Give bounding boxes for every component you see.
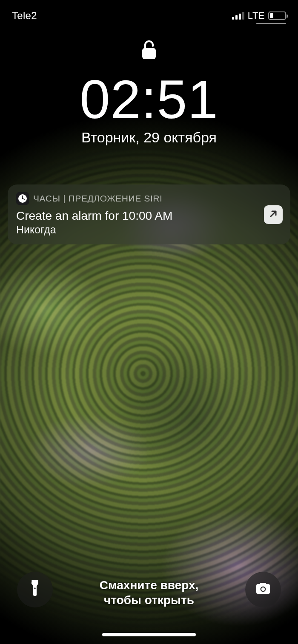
svg-point-8 bbox=[261, 587, 265, 591]
svg-point-4 bbox=[22, 198, 23, 199]
notification-source-label: ЧАСЫ | ПРЕДЛОЖЕНИЕ SIRI bbox=[33, 193, 163, 204]
network-type-label: LTE bbox=[248, 10, 265, 21]
notification-header: ЧАСЫ | ПРЕДЛОЖЕНИЕ SIRI bbox=[16, 192, 282, 205]
lock-date: Вторник, 29 октября bbox=[81, 129, 217, 146]
open-suggestion-button[interactable] bbox=[264, 205, 283, 224]
notification-subtitle: Никогда bbox=[16, 224, 282, 236]
home-indicator[interactable] bbox=[102, 633, 196, 636]
lock-screen: Tele2 LTE 02:51 Вторник, 29 октября bbox=[0, 0, 298, 644]
carrier-label: Tele2 bbox=[12, 10, 37, 22]
camera-icon bbox=[255, 582, 272, 597]
lock-time: 02:51 bbox=[80, 72, 218, 127]
notification-title: Create an alarm for 10:00 AM bbox=[16, 209, 282, 223]
bottom-controls: Смахните вверх, чтобы открыть bbox=[0, 555, 298, 644]
control-center-grabber[interactable] bbox=[256, 23, 286, 24]
camera-button[interactable] bbox=[245, 572, 281, 607]
unlock-icon bbox=[141, 39, 157, 62]
lock-clock-area: 02:51 Вторник, 29 октября bbox=[0, 39, 298, 146]
status-right: LTE bbox=[232, 10, 286, 21]
arrow-up-right-icon bbox=[269, 209, 278, 220]
status-bar: Tele2 LTE bbox=[0, 0, 298, 26]
siri-suggestion-notification[interactable]: ЧАСЫ | ПРЕДЛОЖЕНИЕ SIRI Create an alarm … bbox=[8, 184, 290, 244]
battery-icon bbox=[268, 11, 286, 20]
svg-rect-0 bbox=[142, 48, 156, 59]
clock-app-icon bbox=[16, 192, 29, 205]
cellular-signal-icon bbox=[232, 12, 244, 20]
